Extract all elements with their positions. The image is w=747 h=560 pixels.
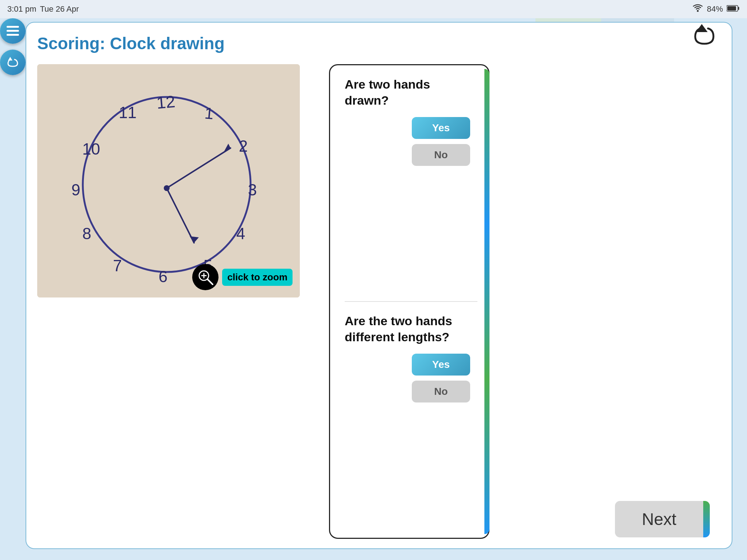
- svg-text:4: 4: [236, 225, 245, 242]
- question-1-text: Are two hands drawn?: [345, 76, 477, 108]
- status-bar: 3:01 pm Tue 26 Apr 84%: [0, 0, 747, 18]
- question-block-1: Are two hands drawn? Yes No: [345, 76, 477, 290]
- time-display: 3:01 pm: [7, 4, 36, 14]
- svg-rect-6: [7, 34, 19, 36]
- status-bar-right: 84%: [692, 4, 740, 14]
- svg-point-0: [697, 10, 698, 12]
- question-2-text: Are the two hands different lengths?: [345, 313, 477, 345]
- svg-rect-5: [7, 30, 19, 32]
- undo-icon-button[interactable]: [692, 23, 717, 53]
- side-nav: [0, 18, 26, 75]
- svg-rect-4: [7, 26, 19, 28]
- svg-marker-7: [8, 57, 12, 61]
- svg-rect-3: [727, 6, 736, 11]
- svg-text:8: 8: [82, 225, 91, 242]
- svg-text:9: 9: [71, 181, 80, 199]
- battery-percent: 84%: [707, 4, 723, 14]
- content-area: 12 1 2 3 4 5 6 7 8 9 10 11: [37, 64, 721, 539]
- answer-buttons-2: Yes No: [345, 354, 477, 402]
- question-divider: [345, 301, 477, 302]
- menu-button[interactable]: [0, 18, 26, 44]
- svg-text:11: 11: [119, 104, 137, 121]
- svg-rect-2: [738, 7, 739, 10]
- clock-photo[interactable]: 12 1 2 3 4 5 6 7 8 9 10 11: [37, 64, 300, 298]
- next-button-accent: [703, 501, 710, 537]
- q2-yes-button[interactable]: Yes: [412, 354, 470, 376]
- question-block-2: Are the two hands different lengths? Yes…: [345, 313, 477, 527]
- zoom-text: click to zoom: [222, 269, 293, 286]
- zoom-overlay[interactable]: click to zoom: [192, 264, 293, 290]
- clock-image-area: 12 1 2 3 4 5 6 7 8 9 10 11: [37, 64, 314, 539]
- status-bar-left: 3:01 pm Tue 26 Apr: [7, 4, 79, 14]
- svg-marker-8: [696, 24, 708, 32]
- svg-text:7: 7: [113, 257, 122, 275]
- date-display: Tue 26 Apr: [40, 4, 79, 14]
- zoom-icon: [192, 264, 218, 290]
- battery-icon: [727, 4, 740, 14]
- q2-no-button[interactable]: No: [412, 381, 470, 402]
- svg-line-29: [208, 279, 213, 284]
- next-button[interactable]: Next: [615, 501, 710, 537]
- questions-panel: Are two hands drawn? Yes No Are the two …: [329, 64, 489, 539]
- q1-no-button[interactable]: No: [412, 144, 470, 166]
- next-button-label: Next: [615, 509, 703, 529]
- q1-yes-button[interactable]: Yes: [412, 117, 470, 139]
- main-container: Scoring: Clock drawing 12 1 2: [26, 22, 732, 549]
- svg-text:12: 12: [156, 92, 176, 112]
- page-title: Scoring: Clock drawing: [37, 34, 721, 53]
- wifi-icon: [692, 4, 703, 14]
- svg-text:6: 6: [159, 268, 167, 285]
- answer-buttons-1: Yes No: [345, 117, 477, 166]
- clock-drawing-svg: 12 1 2 3 4 5 6 7 8 9 10 11: [37, 64, 300, 298]
- svg-text:10: 10: [82, 140, 100, 158]
- svg-text:2: 2: [239, 137, 248, 155]
- svg-text:3: 3: [248, 181, 257, 199]
- svg-text:1: 1: [204, 104, 214, 122]
- undo-button[interactable]: [0, 50, 26, 75]
